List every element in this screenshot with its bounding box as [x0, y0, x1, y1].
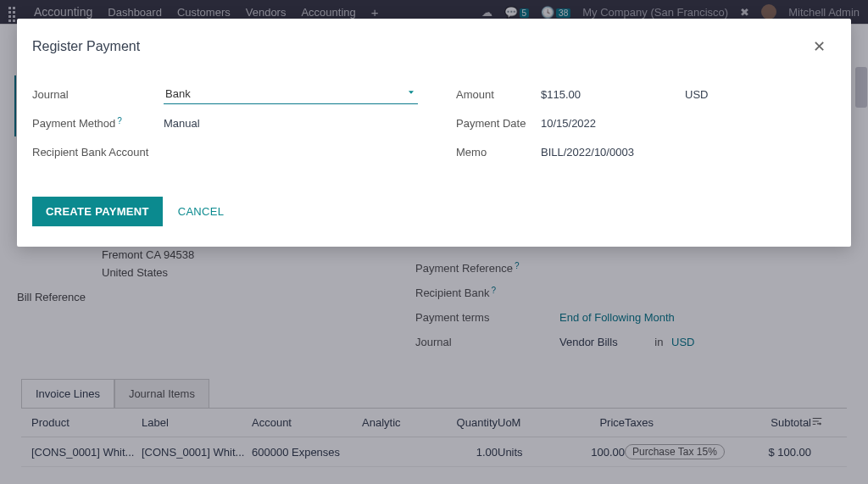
payment-date-label: Payment Date — [456, 117, 541, 130]
payment-terms-value[interactable]: End of Following Month — [559, 311, 694, 324]
chat-icon[interactable]: 💬5 — [504, 6, 530, 19]
address-line-2: United States — [102, 266, 194, 279]
cancel-button[interactable]: CANCEL — [178, 205, 225, 218]
recipient-bank-account-label: Recipient Bank Account — [32, 146, 164, 159]
help-icon[interactable]: ? — [515, 261, 520, 270]
th-quantity[interactable]: Quantity — [430, 416, 498, 429]
bill-reference-label: Bill Reference — [17, 291, 86, 303]
nav-brand[interactable]: Accounting — [34, 5, 92, 19]
th-taxes[interactable]: Taxes — [625, 416, 726, 429]
cell-subtotal: $ 100.00 — [726, 446, 811, 459]
th-label[interactable]: Label — [142, 416, 252, 429]
memo-value[interactable]: BILL/2022/10/0003 — [541, 146, 685, 159]
nav-customers[interactable]: Customers — [177, 6, 231, 19]
cloud-icon[interactable]: ☁ — [481, 6, 492, 19]
form-tabs: Invoice Lines Journal Items — [21, 379, 209, 409]
bg-journal-value[interactable]: Vendor Bills — [559, 336, 618, 348]
th-uom[interactable]: UoM — [498, 416, 548, 429]
payment-info-block: Payment Reference? Recipient Bank? Payme… — [415, 262, 694, 348]
help-icon[interactable]: ? — [117, 116, 122, 125]
payment-method-value[interactable]: Manual — [164, 117, 448, 130]
cell-product: [CONS_0001] Whit... — [31, 446, 142, 459]
modal-left-column: Journal Payment Method? Manual Recipient… — [32, 80, 448, 166]
settings-icon[interactable]: ✖ — [740, 6, 749, 19]
recipient-bank-label: Recipient Bank? — [415, 287, 551, 299]
vendor-address: Fremont CA 94538 United States — [102, 248, 194, 279]
bg-journal-label: Journal — [415, 336, 551, 348]
username-label[interactable]: Mitchell Admin — [788, 6, 860, 19]
activity-badge: 38 — [556, 8, 570, 18]
payment-reference-label: Payment Reference? — [415, 262, 551, 275]
column-options-icon[interactable] — [811, 415, 837, 430]
amount-value[interactable]: $115.00 — [541, 88, 685, 101]
nav-dashboard[interactable]: Dashboard — [108, 6, 162, 19]
nav-vendors[interactable]: Vendors — [246, 6, 287, 19]
create-payment-button[interactable]: CREATE PAYMENT — [32, 197, 163, 226]
tax-pill: Purchase Tax 15% — [625, 444, 725, 459]
th-account[interactable]: Account — [252, 416, 362, 429]
table-row[interactable]: [CONS_0001] Whit... [CONS_0001] Whit... … — [21, 437, 847, 467]
left-accent-bar — [14, 75, 16, 136]
th-analytic[interactable]: Analytic — [362, 416, 430, 429]
cell-label: [CONS_0001] Whit... — [142, 446, 252, 459]
chevron-down-icon[interactable] — [406, 87, 416, 100]
avatar[interactable] — [761, 4, 776, 19]
th-product[interactable]: Product — [31, 416, 142, 429]
payment-terms-label: Payment terms — [415, 311, 551, 324]
amount-label: Amount — [456, 88, 541, 101]
modal-title: Register Payment — [32, 39, 140, 54]
company-switcher[interactable]: My Company (San Francisco) — [582, 6, 728, 19]
cell-uom: Units — [498, 446, 548, 459]
apps-icon[interactable] — [8, 7, 19, 17]
bg-journal-value-row: Vendor Bills in USD — [559, 336, 694, 348]
payment-date-value[interactable]: 10/15/2022 — [541, 117, 685, 130]
currency-value[interactable]: USD — [685, 88, 836, 101]
tab-journal-items[interactable]: Journal Items — [114, 379, 209, 409]
close-icon[interactable]: ✕ — [808, 34, 831, 59]
memo-label: Memo — [456, 146, 541, 159]
cell-account: 600000 Expenses — [252, 446, 362, 459]
cell-quantity: 1.00 — [430, 446, 498, 459]
table-header-row: Product Label Account Analytic Quantity … — [21, 409, 847, 437]
cell-price: 100.00 — [548, 446, 625, 459]
tab-invoice-lines[interactable]: Invoice Lines — [21, 379, 114, 409]
bg-currency[interactable]: USD — [671, 336, 694, 348]
activity-icon[interactable]: 🕓38 — [541, 6, 570, 19]
journal-input[interactable] — [164, 84, 418, 104]
register-payment-modal: Register Payment ✕ Journal Payment Metho… — [17, 19, 851, 247]
vertical-scrollbar[interactable] — [855, 67, 867, 108]
help-icon[interactable]: ? — [491, 286, 496, 295]
address-line-1: Fremont CA 94538 — [102, 248, 194, 261]
th-subtotal[interactable]: Subtotal — [726, 416, 811, 429]
in-word: in — [654, 336, 663, 348]
modal-right-column: Amount $115.00 USD Payment Date 10/15/20… — [456, 80, 836, 166]
journal-field[interactable] — [164, 84, 418, 104]
invoice-lines-table: Product Label Account Analytic Quantity … — [21, 409, 847, 467]
chat-badge: 5 — [520, 8, 530, 18]
journal-label: Journal — [32, 88, 164, 101]
th-price[interactable]: Price — [548, 416, 625, 429]
nav-accounting[interactable]: Accounting — [301, 6, 355, 19]
payment-method-label: Payment Method? — [32, 117, 164, 130]
cell-taxes: Purchase Tax 15% — [625, 444, 726, 459]
plus-icon[interactable]: + — [371, 5, 379, 19]
